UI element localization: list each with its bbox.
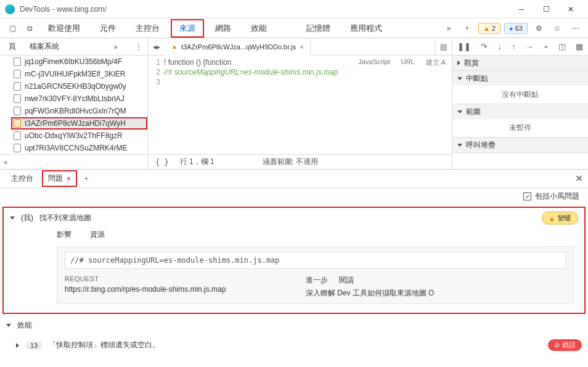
scope-section[interactable]: 範圍 <box>452 104 588 119</box>
meta-build: 建立 A <box>426 58 446 67</box>
breakpoints-section[interactable]: 中斷點 <box>452 71 588 86</box>
meta-lang: JavaScript <box>358 58 390 67</box>
device-icon[interactable]: ⧉ <box>22 21 37 36</box>
app-icon <box>5 4 15 14</box>
perf-item-text: 「快取控制項」標頭遺失或空白。 <box>49 340 160 350</box>
collapse-sidebar-icon[interactable]: « <box>4 158 8 167</box>
perf-title: 效能 <box>17 320 32 331</box>
tab-welcome[interactable]: 歡迎使用 <box>39 19 89 38</box>
split-pane-icon[interactable]: ▤ <box>435 38 452 56</box>
line-gutter: 123 <box>148 56 164 154</box>
request-label: REQUEST <box>65 275 306 282</box>
add-drawer-tab-icon[interactable]: ＋ <box>80 173 93 184</box>
drawer-tab-issues[interactable]: 問題 × <box>42 170 77 187</box>
close-button[interactable]: ✕ <box>558 1 583 18</box>
file-list: jq1ogFimeK6IbKU356bMp/4F mC-j3VUIHUiFpkM… <box>0 56 147 154</box>
drawer-tab-console[interactable]: 主控台 <box>5 170 39 187</box>
expand-perf-icon[interactable] <box>6 324 11 327</box>
error-badge: ⊘錯誤 <box>548 339 582 351</box>
expand-perf-item-icon[interactable] <box>16 343 19 348</box>
sidebar-menu-icon[interactable]: ⋮ <box>135 43 142 51</box>
tab-performance[interactable]: 效能 <box>242 19 276 38</box>
request-url[interactable]: https://r.bing.com/rp/es-module-shims.mi… <box>65 282 306 294</box>
watch-section[interactable]: 觀賞 <box>452 56 588 70</box>
tab-console[interactable]: 主控台 <box>127 19 168 38</box>
tab-sources[interactable]: 來源 <box>171 19 204 38</box>
minimize-button[interactable]: ─ <box>509 1 534 18</box>
settings-icon[interactable]: ⚙ <box>531 21 546 36</box>
script-icon[interactable]: ◫ <box>558 42 566 51</box>
step-button[interactable]: → <box>526 42 534 51</box>
no-breakpoints-text: 沒有中斷點 <box>452 86 588 104</box>
sidebar-tab-filesystem[interactable]: 檔案系統 <box>26 39 63 54</box>
step-into-button[interactable]: ↓ <box>497 42 502 51</box>
more-tabs-icon[interactable]: » <box>441 21 456 36</box>
extensions-icon[interactable]: ▦ <box>576 42 583 51</box>
pretty-print-button[interactable]: { } <box>155 158 169 167</box>
issue-title: 找不到來源地圖 <box>39 213 91 223</box>
debugger-toolbar: ❚❚ ↷ ↓ ↑ → ⌁ ◫ ▦ <box>452 38 588 56</box>
warning-icon: ▲ <box>171 43 178 50</box>
add-tab-icon[interactable]: ＋ <box>460 21 475 36</box>
include-label: 包括小馬問題 <box>535 191 579 202</box>
file-item[interactable]: pqFWGnKBRdI0HvcGxln7rQM <box>11 105 147 117</box>
file-item[interactable]: n21aGRCN5EKHB3qObygw0y <box>11 80 147 93</box>
file-item[interactable]: nwe7rk30VFY-8YclMbLtsbrlAJ <box>11 93 147 105</box>
learn-more-link[interactable]: 深入瞭解 Dev 工具如何擷取來源地圖 O <box>306 286 547 299</box>
tab-elements[interactable]: 元件 <box>91 19 125 38</box>
tab-application[interactable]: 應用程式 <box>341 19 391 38</box>
sidebar-more-icon[interactable]: » <box>113 43 118 51</box>
tab-network[interactable]: 網路 <box>206 19 240 38</box>
coverage-label: 涵蓋範圍: 不適用 <box>263 157 319 167</box>
issue-sub-affect: 影響 <box>57 229 71 240</box>
step-out-button[interactable]: ↑ <box>512 42 516 51</box>
deactivate-bp-button[interactable]: ⌁ <box>544 42 549 51</box>
perf-item-count: 13 <box>25 341 43 350</box>
close-drawer-icon[interactable]: ✕ <box>575 173 583 184</box>
sidebar-tab-page[interactable]: 頁 <box>5 39 20 54</box>
menu-icon[interactable]: ⋯ <box>568 21 583 36</box>
close-tab-icon[interactable]: × <box>300 43 303 51</box>
feedback-icon[interactable]: ☺ <box>550 21 565 36</box>
close-drawer-tab-icon[interactable]: × <box>67 175 71 183</box>
messages-badge[interactable]: ●63 <box>504 23 528 34</box>
issue-count: (我) <box>21 213 33 223</box>
step-over-button[interactable]: ↷ <box>481 42 488 51</box>
tab-memory[interactable]: 記憶體 <box>298 19 339 38</box>
include-checkbox[interactable]: ✓ <box>523 192 531 200</box>
window-title: DevTools - www.bing.com/ <box>20 5 509 14</box>
issue-severity-badge: ▲變暖 <box>542 212 578 225</box>
editor-file-tab[interactable]: ▲ t3AZrPm6P8cWJza...qWyH9DDo.br.js × <box>165 38 311 56</box>
issue-sub-resource: 資源 <box>90 229 105 240</box>
read-label: 閱讀 <box>339 275 354 286</box>
file-item[interactable]: mC-j3VUIHUiFpkM3Elf_3KiER <box>11 68 147 80</box>
inspect-icon[interactable]: ▢ <box>5 21 20 36</box>
nav-back-icon[interactable]: ◂▸ <box>148 43 165 51</box>
not-paused-text: 未暫停 <box>452 119 588 137</box>
meta-url: URL <box>401 58 415 67</box>
maximize-button[interactable]: ☐ <box>534 1 558 18</box>
file-item[interactable]: upt7Ri3AV8CCNSuZMRK4rME <box>11 142 147 154</box>
issue-code-line: //# sourceMappingURL=es-module-shims.min… <box>65 252 566 269</box>
file-item-selected[interactable]: t3AZrPm6P8cWJzaHDi7qWyH <box>11 117 147 130</box>
pause-button[interactable]: ❚❚ <box>457 42 471 51</box>
code-area[interactable]: ! function () {function //# sourceMappin… <box>164 56 452 154</box>
expand-issue-icon[interactable] <box>10 216 15 220</box>
warnings-badge[interactable]: ▲2 <box>478 23 500 34</box>
cursor-position: 行 1，欄 1 <box>180 157 214 167</box>
callstack-section[interactable]: 呼叫堆疊 <box>452 138 588 152</box>
file-item[interactable]: uObc-DdxqYlW3v2ThFF8gzR <box>11 130 147 142</box>
further-label: 進一步 <box>306 275 328 286</box>
file-item[interactable]: jq1ogFimeK6IbKU356bMp/4F <box>11 56 147 68</box>
